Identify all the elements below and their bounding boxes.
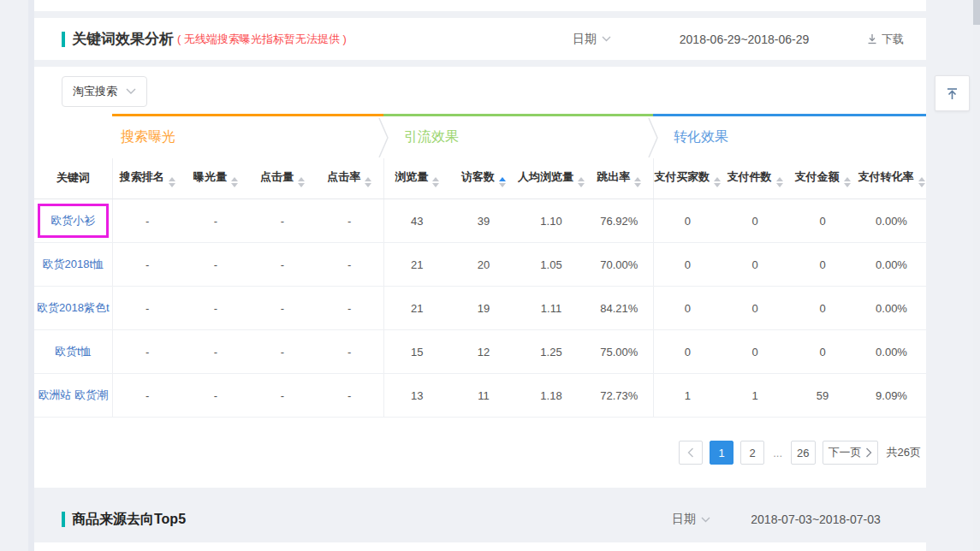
value-cell: 9.09% <box>857 374 926 418</box>
section-title: 关键词效果分析 <box>72 29 174 49</box>
keyword-link[interactable]: 欧货2018紫色t <box>37 301 110 314</box>
source-section-card-top <box>34 542 926 551</box>
sort-icon-active[interactable] <box>499 177 506 187</box>
table-row: 欧货2018t恤----21201.0570.00%0000.00% <box>34 243 926 287</box>
value-cell: - <box>182 243 249 287</box>
keyword-cell: 欧货2018紫色t <box>34 287 112 330</box>
keyword-cell: 欧货2018t恤 <box>34 243 112 287</box>
value-cell: - <box>182 287 249 330</box>
keyword-link[interactable]: 欧货t恤 <box>55 345 92 358</box>
column-header-pageviews[interactable]: 浏览量 <box>383 158 450 199</box>
date-dropdown-label: 日期 <box>573 32 597 47</box>
group-header-traffic-effect: 引流效果 <box>383 116 653 158</box>
value-cell: - <box>249 330 316 374</box>
value-cell: 0 <box>788 243 857 287</box>
value-cell: 1.10 <box>517 199 585 243</box>
section-accent-bar <box>62 32 65 47</box>
keyword-cell: 欧货小衫 <box>34 199 112 243</box>
prev-page-button[interactable] <box>679 441 703 465</box>
column-header-visitors[interactable]: 访客数 <box>450 158 517 199</box>
value-cell: 0 <box>722 287 788 330</box>
download-button[interactable]: 下载 <box>867 32 904 47</box>
value-cell: 39 <box>450 199 517 243</box>
column-header-paid-amount[interactable]: 支付金额 <box>788 158 857 199</box>
group-header-conversion-effect: 转化效果 <box>653 116 926 158</box>
chevron-right-icon <box>865 447 872 458</box>
column-header-paid-items[interactable]: 支付件数 <box>722 158 788 199</box>
arrow-up-to-line-icon <box>945 86 959 101</box>
value-cell: - <box>249 243 316 287</box>
group-separator-chevron-icon <box>377 118 389 157</box>
value-cell: 0 <box>722 243 788 287</box>
download-label: 下载 <box>882 32 904 47</box>
sort-icon[interactable] <box>578 177 585 187</box>
page-button-2[interactable]: 2 <box>740 441 764 465</box>
value-cell: 0 <box>788 330 857 374</box>
value-cell: - <box>316 374 383 418</box>
column-header-conversion-rate[interactable]: 支付转化率 <box>857 158 926 199</box>
sort-icon[interactable] <box>432 177 439 187</box>
keyword-section-header: 关键词效果分析 ( 无线端搜索曝光指标暂无法提供 ) 日期 2018-06-29… <box>34 18 926 60</box>
value-cell: 21 <box>383 287 450 330</box>
value-cell: - <box>249 199 316 243</box>
download-icon <box>867 33 877 44</box>
date-dropdown[interactable]: 日期 <box>672 512 710 527</box>
value-cell: - <box>316 330 383 374</box>
chevron-down-icon <box>126 88 136 95</box>
sort-icon[interactable] <box>634 177 641 187</box>
sort-icon[interactable] <box>776 177 783 187</box>
value-cell: 0.00% <box>857 243 926 287</box>
column-header-exposure[interactable]: 曝光量 <box>182 158 249 199</box>
group-label: 搜索曝光 <box>121 129 175 144</box>
next-page-label: 下一页 <box>829 445 862 460</box>
column-header-keyword: 关键词 <box>34 158 112 199</box>
table-row: 欧洲站 欧货潮----13111.1872.73%11599.09% <box>34 374 926 418</box>
value-cell: 0 <box>653 243 722 287</box>
value-cell: 11 <box>450 374 517 418</box>
date-range-value[interactable]: 2018-07-03~2018-07-03 <box>734 512 897 526</box>
sort-icon[interactable] <box>365 177 371 187</box>
keyword-link[interactable]: 欧洲站 欧货潮 <box>38 388 108 401</box>
sort-icon[interactable] <box>714 177 721 187</box>
value-cell: 1 <box>653 374 722 418</box>
column-header-clicks[interactable]: 点击量 <box>249 158 316 199</box>
column-header-avg-pageviews[interactable]: 人均浏览量 <box>517 158 585 199</box>
value-cell: 1 <box>722 374 788 418</box>
section-title: 商品来源去向Top5 <box>72 511 186 529</box>
keyword-link[interactable]: 欧货小衫 <box>50 214 95 227</box>
sort-icon[interactable] <box>169 177 175 187</box>
sort-icon[interactable] <box>844 177 851 187</box>
group-label: 引流效果 <box>404 129 459 144</box>
value-cell: 0.00% <box>857 287 926 330</box>
column-header-search-rank[interactable]: 搜索排名 <box>112 158 182 199</box>
value-cell: 76.92% <box>585 199 653 243</box>
page-button-1[interactable]: 1 <box>710 441 734 465</box>
value-cell: 0 <box>722 330 788 374</box>
scrollbar-thumb[interactable] <box>973 0 980 25</box>
table-row: 欧货小衫----43391.1076.92%0000.00% <box>34 199 926 243</box>
value-cell: - <box>182 199 249 243</box>
value-cell: - <box>249 374 316 418</box>
value-cell: 1.25 <box>517 330 585 374</box>
value-cell: 0.00% <box>857 330 926 374</box>
date-dropdown[interactable]: 日期 <box>573 32 611 47</box>
chevron-left-icon <box>687 447 694 458</box>
value-cell: 19 <box>450 287 517 330</box>
sort-icon[interactable] <box>918 177 925 187</box>
column-header-bounce-rate[interactable]: 跳出率 <box>585 158 653 199</box>
left-scrollbar-track <box>28 0 34 551</box>
sort-icon[interactable] <box>231 177 238 187</box>
column-header-ctr[interactable]: 点击率 <box>316 158 383 199</box>
keyword-table-card: 淘宝搜索 搜索曝光 引流效果 转化效果 <box>34 67 926 488</box>
next-page-button[interactable]: 下一页 <box>823 441 878 465</box>
column-header-paid-buyers[interactable]: 支付买家数 <box>653 158 722 199</box>
back-to-top-button[interactable] <box>935 75 970 111</box>
keyword-link[interactable]: 欧货2018t恤 <box>42 258 104 270</box>
sort-icon[interactable] <box>298 177 305 187</box>
date-range-value[interactable]: 2018-06-29~2018-06-29 <box>635 33 853 46</box>
channel-select[interactable]: 淘宝搜索 <box>62 76 147 107</box>
value-cell: 21 <box>383 243 450 287</box>
value-cell: - <box>112 287 182 330</box>
value-cell: - <box>316 287 383 330</box>
page-button-26[interactable]: 26 <box>791 441 815 465</box>
